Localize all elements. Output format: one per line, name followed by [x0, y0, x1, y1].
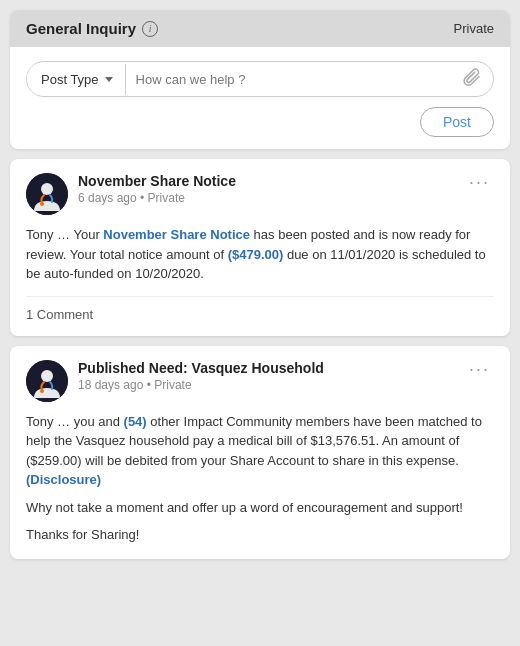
post-type-button[interactable]: Post Type [27, 64, 126, 95]
svg-point-1 [41, 183, 53, 195]
card-body: Tony … Your November Share Notice has be… [26, 225, 494, 284]
avatar [26, 360, 68, 402]
card-subtitle: 6 days ago • Private [78, 191, 236, 205]
compose-card: General Inquiry i Private Post Type Post [10, 10, 510, 149]
more-options-button[interactable]: ··· [465, 360, 494, 378]
attach-button[interactable] [451, 62, 493, 96]
compose-header-left: General Inquiry i [26, 20, 158, 37]
feed-container: November Share Notice 6 days ago • Priva… [0, 159, 520, 559]
compose-body: Post Type Post [10, 47, 510, 149]
card-header-left: November Share Notice 6 days ago • Priva… [26, 173, 236, 215]
card-body: Tony … you and (54) other Impact Communi… [26, 412, 494, 545]
compose-header: General Inquiry i Private [10, 10, 510, 47]
card-header: November Share Notice 6 days ago • Priva… [26, 173, 494, 215]
compose-input[interactable] [126, 64, 451, 95]
compose-input-row: Post Type [26, 61, 494, 97]
post-type-label: Post Type [41, 72, 99, 87]
svg-point-2 [40, 202, 44, 206]
compose-title: General Inquiry [26, 20, 136, 37]
card-title: November Share Notice [78, 173, 236, 189]
compose-actions: Post [26, 97, 494, 137]
card-header-left: Published Need: Vasquez Household 18 day… [26, 360, 324, 402]
more-options-button[interactable]: ··· [465, 173, 494, 191]
paperclip-icon [463, 68, 481, 90]
feed-card-1: Published Need: Vasquez Household 18 day… [10, 346, 510, 559]
body-link[interactable]: ($479.00) [228, 247, 284, 262]
body-link[interactable]: (Disclosure) [26, 472, 101, 487]
feed-card-0: November Share Notice 6 days ago • Priva… [10, 159, 510, 336]
card-subtitle: 18 days ago • Private [78, 378, 324, 392]
svg-point-4 [41, 370, 53, 382]
body-link[interactable]: (54) [124, 414, 147, 429]
post-button[interactable]: Post [420, 107, 494, 137]
chevron-down-icon [105, 77, 113, 82]
body-extra: Why not take a moment and offer up a wor… [26, 498, 494, 518]
card-footer: 1 Comment [26, 296, 494, 322]
card-header: Published Need: Vasquez Household 18 day… [26, 360, 494, 402]
card-title: Published Need: Vasquez Household [78, 360, 324, 376]
compose-privacy: Private [454, 21, 494, 36]
svg-point-5 [40, 389, 44, 393]
body-extra: Thanks for Sharing! [26, 525, 494, 545]
avatar [26, 173, 68, 215]
card-meta: Published Need: Vasquez Household 18 day… [78, 360, 324, 392]
card-meta: November Share Notice 6 days ago • Priva… [78, 173, 236, 205]
info-icon[interactable]: i [142, 21, 158, 37]
body-link[interactable]: November Share Notice [103, 227, 250, 242]
